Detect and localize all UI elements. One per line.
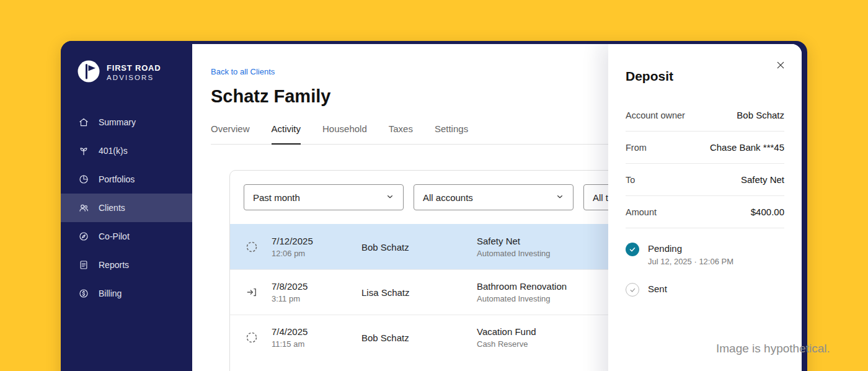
sidebar-item-label: Summary <box>99 117 136 127</box>
transaction-time: 3:11 pm <box>272 294 361 303</box>
pie-chart-icon <box>78 174 89 185</box>
timeline-step-timestamp: Jul 12, 2025 · 12:06 PM <box>648 257 733 266</box>
pending-circle-icon <box>246 331 258 344</box>
brand-name: FIRST ROAD ADVISORS <box>107 63 161 83</box>
transaction-owner: Lisa Schatz <box>361 287 477 298</box>
sidebar-nav: Summary 401(k)s Portfolios Clients <box>61 108 192 308</box>
transaction-owner: Bob Schatz <box>361 333 477 343</box>
detail-row-to: To Safety Net <box>626 164 784 196</box>
timeline-step-label: Sent <box>648 282 667 294</box>
close-icon <box>776 60 786 73</box>
transaction-date: 7/4/2025 <box>272 326 361 337</box>
compass-icon <box>78 231 89 242</box>
check-circle-filled-icon <box>626 243 639 256</box>
sidebar-item-label: Clients <box>99 203 125 213</box>
close-button[interactable] <box>773 59 788 74</box>
transaction-owner: Bob Schatz <box>361 242 477 253</box>
tab-taxes[interactable]: Taxes <box>389 123 413 144</box>
chevron-down-icon <box>386 192 394 203</box>
sidebar: FIRST ROAD ADVISORS Summary 401(k)s <box>61 41 192 371</box>
sidebar-item-billing[interactable]: Billing <box>61 279 192 308</box>
transaction-details: Account owner Bob Schatz From Chase Bank… <box>626 99 784 228</box>
brand-name-line1: FIRST ROAD <box>107 63 161 73</box>
transaction-detail-panel: Deposit Account owner Bob Schatz From Ch… <box>608 44 802 371</box>
sidebar-item-label: Reports <box>99 260 129 270</box>
sidebar-item-label: Co-Pilot <box>99 231 130 241</box>
transaction-date: 7/12/2025 <box>272 236 361 246</box>
plant-icon <box>78 145 89 156</box>
transaction-date: 7/8/2025 <box>272 281 361 292</box>
transaction-time: 12:06 pm <box>272 249 361 258</box>
transaction-date-cell: 7/12/2025 12:06 pm <box>272 236 361 258</box>
sidebar-item-portfolios[interactable]: Portfolios <box>61 165 192 194</box>
detail-row-amount: Amount $400.00 <box>626 196 784 228</box>
filter-accounts[interactable]: All accounts <box>414 184 574 210</box>
transaction-date-cell: 7/8/2025 3:11 pm <box>272 281 361 303</box>
timeline-step-sent: Sent <box>626 282 784 297</box>
detail-row-account-owner: Account owner Bob Schatz <box>626 99 784 132</box>
filter-accounts-value: All accounts <box>423 192 473 203</box>
brand: FIRST ROAD ADVISORS <box>61 41 192 86</box>
sidebar-item-clients[interactable]: Clients <box>61 194 192 222</box>
report-icon <box>78 259 89 270</box>
panel-title: Deposit <box>626 69 784 84</box>
people-icon <box>78 202 89 213</box>
transaction-time: 11:15 am <box>272 339 361 349</box>
sidebar-item-copilot[interactable]: Co-Pilot <box>61 222 192 251</box>
detail-value: Bob Schatz <box>737 110 784 120</box>
status-timeline: Pending Jul 12, 2025 · 12:06 PM Sent <box>626 242 784 297</box>
home-icon <box>78 117 89 128</box>
detail-label: Account owner <box>626 110 685 120</box>
sidebar-item-label: Billing <box>99 288 122 298</box>
timeline-step-text: Pending Jul 12, 2025 · 12:06 PM <box>648 242 733 266</box>
timeline-step-pending: Pending Jul 12, 2025 · 12:06 PM <box>626 242 784 266</box>
sidebar-item-401ks[interactable]: 401(k)s <box>61 136 192 165</box>
filter-date-range[interactable]: Past month <box>244 184 404 210</box>
detail-value: $400.00 <box>751 207 784 217</box>
timeline-step-text: Sent <box>648 282 667 294</box>
sidebar-item-reports[interactable]: Reports <box>61 251 192 279</box>
back-to-clients-link[interactable]: Back to all Clients <box>211 67 275 76</box>
detail-label: Amount <box>626 207 657 217</box>
app-window: FIRST ROAD ADVISORS Summary 401(k)s <box>61 41 807 371</box>
deposit-arrow-icon <box>246 286 258 298</box>
tab-settings[interactable]: Settings <box>435 123 468 144</box>
chevron-down-icon <box>556 192 564 203</box>
detail-row-from: From Chase Bank ***45 <box>626 132 784 164</box>
tab-household[interactable]: Household <box>322 123 367 144</box>
sidebar-item-label: Portfolios <box>99 174 135 184</box>
pending-circle-icon <box>246 241 258 253</box>
tab-overview[interactable]: Overview <box>211 123 250 144</box>
hypothetical-disclaimer: Image is hypothetical. <box>716 342 830 355</box>
sidebar-item-label: 401(k)s <box>99 146 128 156</box>
tab-activity[interactable]: Activity <box>272 123 301 145</box>
transaction-date-cell: 7/4/2025 11:15 am <box>272 326 361 349</box>
timeline-step-label: Pending <box>648 242 733 254</box>
detail-label: From <box>626 143 647 153</box>
brand-logo-icon <box>77 60 100 86</box>
check-circle-outline-icon <box>626 283 639 297</box>
dollar-icon <box>78 288 89 299</box>
filter-date-range-value: Past month <box>253 192 300 203</box>
detail-label: To <box>626 175 635 185</box>
detail-value: Safety Net <box>741 174 784 185</box>
sidebar-item-summary[interactable]: Summary <box>61 108 192 136</box>
brand-name-line2: ADVISORS <box>107 73 161 82</box>
detail-value: Chase Bank ***45 <box>710 142 784 153</box>
